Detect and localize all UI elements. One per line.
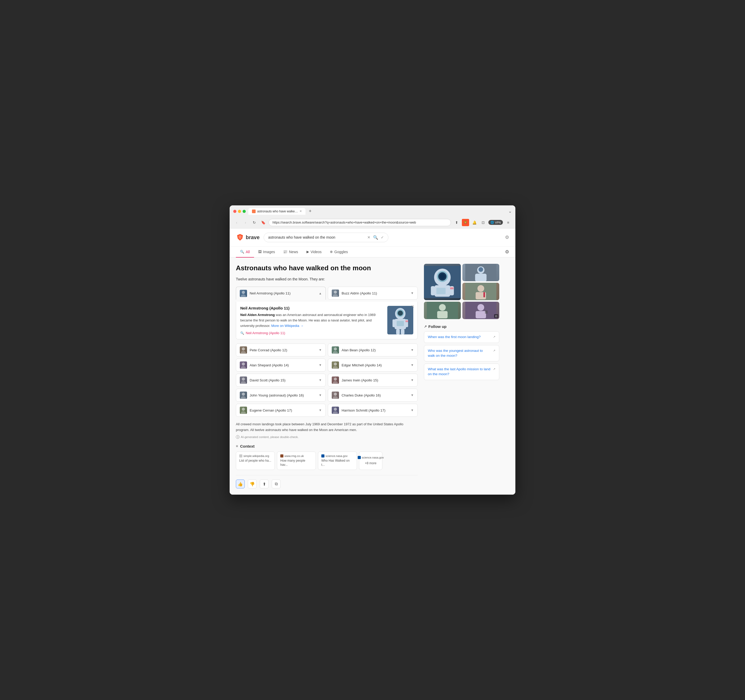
context-header: ≡ Context [236, 444, 418, 448]
sidebar-main-image[interactable] [424, 264, 461, 300]
share-button[interactable]: ⬆ [260, 479, 269, 488]
context-icon: ≡ [236, 444, 238, 448]
share-button[interactable]: ⬆ [453, 219, 460, 226]
context-site-wiki: simple.wikipedia.org [239, 454, 271, 458]
new-tab-button[interactable]: + [307, 208, 313, 215]
context-card-more[interactable]: science.nasa.gov +8 more [359, 452, 382, 470]
followup-item-2[interactable]: Who was the youngest astronaut to walk o… [424, 345, 499, 362]
wiki-card-text: List of people who ha... [239, 458, 271, 463]
vpn-button[interactable]: 🌐 VPN [488, 220, 503, 225]
search-header: brave ✕ 🔍 ✓ ⚙ [230, 228, 515, 247]
search-box[interactable]: ✕ 🔍 ✓ [264, 233, 388, 242]
detail-search-link[interactable]: 🔍 Neil Armstrong (Apollo 11) [240, 331, 384, 335]
sidebar-thumb-3[interactable] [424, 302, 461, 319]
search-icon[interactable]: 🔍 [373, 235, 378, 240]
thumbs-up-button[interactable]: 👍 [236, 479, 245, 488]
svg-point-33 [242, 407, 245, 411]
astronaut-card-neil[interactable]: Neil Armstrong (Apollo 11) ▲ [236, 287, 326, 300]
minimize-button[interactable] [238, 210, 241, 213]
svg-point-20 [333, 351, 338, 354]
astronaut-card-edgar[interactable]: Edgar Mitchell (Apollo 14) ▼ [328, 358, 418, 372]
detail-close-button[interactable]: ✕ [411, 304, 414, 309]
card-left-edgar: Edgar Mitchell (Apollo 14) [332, 361, 382, 369]
tab-images[interactable]: 🖼 Images [254, 247, 279, 258]
copy-button[interactable]: ⧉ [272, 479, 281, 488]
svg-point-58 [439, 304, 446, 311]
sidebar-thumb-4[interactable]: ⊡ [462, 302, 499, 319]
astronaut-card-alan-b[interactable]: Alan Bean (Apollo 12) ▼ [328, 343, 418, 357]
astronaut-card-eugene[interactable]: Eugene Cernan (Apollo 17) ▼ [236, 404, 326, 417]
followup-item-1[interactable]: When was the first moon landing? ↗ [424, 331, 499, 343]
astronaut-card-james[interactable]: James Irwin (Apollo 15) ▼ [328, 374, 418, 387]
astronaut-card-buzz[interactable]: Buzz Aldrin (Apollo 11) ▼ [328, 287, 418, 300]
svg-rect-56 [483, 292, 485, 297]
ai-notice-icon: ℹ [236, 435, 239, 439]
sidebar-thumb-1[interactable] [462, 264, 499, 281]
followup-section: ↗ Follow up When was the first moon land… [424, 324, 499, 380]
search-input[interactable] [268, 235, 365, 239]
edgar-chevron-icon: ▼ [411, 363, 414, 367]
detail-text: Neil Armstrong (Apollo 11) Neil Alden Ar… [240, 306, 384, 335]
maximize-button[interactable] [242, 210, 246, 213]
refresh-button[interactable]: ↻ [251, 219, 258, 226]
svg-point-3 [333, 294, 338, 297]
astronaut-card-pete[interactable]: Pete Conrad (Apollo 12) ▼ [236, 343, 326, 357]
tab-all[interactable]: 🔍 All [236, 247, 254, 258]
david-chevron-icon: ▼ [319, 378, 322, 382]
svg-rect-15 [405, 320, 408, 321]
astronaut-card-alan-s[interactable]: Alan Shepard (Apollo 14) ▼ [236, 358, 326, 372]
alan-b-name: Alan Bean (Apollo 12) [342, 348, 375, 352]
astronaut-card-harrison[interactable]: Harrison Schmitt (Apollo 17) ▼ [328, 404, 418, 417]
context-card-wiki[interactable]: simple.wikipedia.org List of people who … [236, 452, 275, 470]
detail-bio: Neil Alden Armstrong was an American ast… [240, 312, 384, 328]
followup-item-3[interactable]: What was the last Apollo mission to land… [424, 364, 499, 380]
context-card-nasa1[interactable]: science.nasa.gov Who Has Walked on t... [318, 452, 357, 470]
vpn-icon: 🌐 [491, 221, 494, 224]
followup-header: ↗ Follow up [424, 324, 499, 329]
svg-rect-12 [401, 329, 404, 334]
card-left-james: James Irwin (Apollo 15) [332, 376, 378, 384]
astronaut-card-john[interactable]: John Young (astronaut) (Apollo 16) ▼ [236, 389, 326, 401]
nasa1-card-text: Who Has Walked on t... [321, 458, 353, 467]
notification-button[interactable]: 🔔 [471, 219, 478, 226]
active-tab[interactable]: astronauts who have walked... ✕ [248, 208, 305, 215]
brave-logo-icon [236, 233, 244, 242]
svg-point-41 [440, 274, 445, 279]
tab-videos[interactable]: ▶ Videos [302, 247, 326, 258]
tab-close-icon[interactable]: ✕ [299, 209, 302, 213]
svg-point-35 [334, 407, 337, 411]
tab-goggles[interactable]: ⊕ Goggles [326, 247, 352, 258]
astronaut-card-david[interactable]: David Scott (Apollo 15) ▼ [236, 374, 326, 387]
thumbs-down-button[interactable]: 👎 [248, 479, 257, 488]
tab-expand-icon[interactable]: ⌄ [509, 209, 512, 214]
settings-icon[interactable]: ⚙ [505, 234, 509, 240]
address-bar[interactable]: https://search.brave.software/search?q=a… [269, 219, 451, 226]
wiki-more-link[interactable]: More on Wikipedia → [271, 324, 304, 328]
brave-shield-button[interactable]: 🦁 [462, 219, 469, 226]
card-left-john: John Young (astronaut) (Apollo 16) [240, 391, 304, 399]
forward-button[interactable]: › [242, 219, 249, 226]
back-button[interactable]: ‹ [233, 219, 240, 226]
more-label: +8 more [365, 461, 376, 466]
bookmark-button[interactable]: 🔖 [260, 219, 266, 226]
tab-news-label: News [289, 250, 298, 254]
avatar-alan-b [332, 346, 339, 354]
filter-bar: 🔍 All 🖼 Images 📰 News ▶ Videos ⊕ Goggles… [230, 247, 515, 258]
sidebar-thumb-2[interactable] [462, 283, 499, 300]
card-left-david: David Scott (Apollo 15) [240, 376, 286, 384]
close-button[interactable] [233, 210, 236, 213]
advanced-filter-icon[interactable]: ⚙ [505, 249, 509, 255]
tab-news[interactable]: 📰 News [279, 247, 302, 258]
astronaut-card-charles[interactable]: Charles Duke (Apollo 16) ▼ [328, 389, 418, 401]
charles-chevron-icon: ▼ [411, 393, 414, 397]
thumb-3-svg [427, 302, 458, 319]
brave-logo[interactable]: brave [236, 233, 259, 242]
followup-header-label: Follow up [428, 324, 447, 329]
context-card-rmg[interactable]: www.rmg.co.uk How many people hav... [277, 452, 316, 470]
astronaut-grid: Neil Armstrong (Apollo 11) ▲ Buzz Aldrin… [236, 287, 418, 417]
sidebar-button[interactable]: ⊡ [480, 219, 487, 226]
eugene-chevron-icon: ▼ [319, 408, 322, 412]
avatar-eugene [240, 407, 247, 414]
search-clear-icon[interactable]: ✕ [367, 235, 370, 239]
menu-button[interactable]: ≡ [504, 219, 512, 226]
